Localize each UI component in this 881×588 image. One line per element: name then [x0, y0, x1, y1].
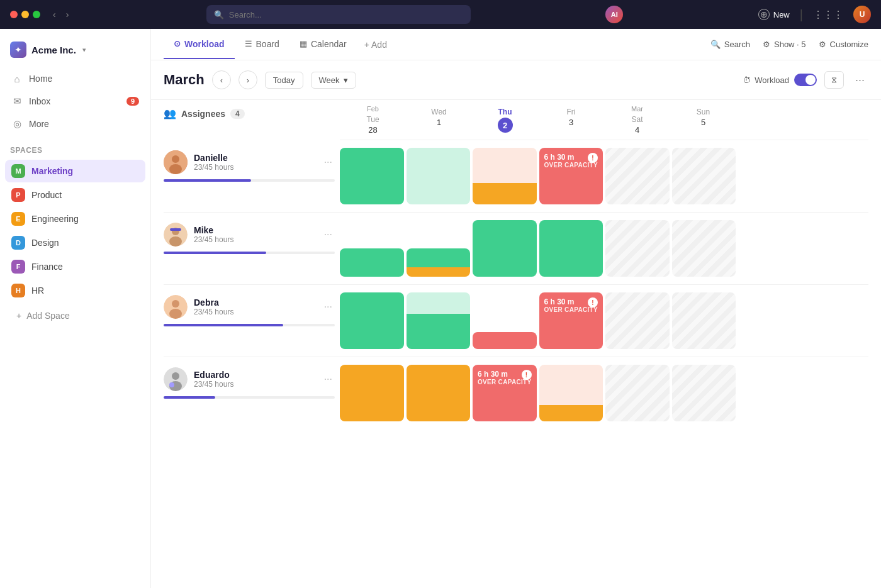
cell-mike-wed-orange	[407, 267, 471, 277]
avatar-img-eduardo	[164, 367, 188, 391]
close-dot[interactable]	[10, 11, 18, 18]
person-inner-debra: Debra 23/45 hours ···	[164, 295, 335, 319]
workload-grid: 👥 Assignees 4 Feb Tue 28 Wed	[151, 100, 881, 588]
sidebar-item-product[interactable]: P Product	[5, 184, 145, 206]
board-tab-icon: ☰	[245, 39, 252, 48]
cell-debra-sun	[672, 292, 736, 349]
add-space-button[interactable]: + Add Space	[5, 306, 145, 326]
svg-point-13	[169, 382, 174, 387]
cell-mike-wed	[407, 220, 471, 277]
svg-point-1	[172, 155, 179, 163]
calendar-tab-icon: ▦	[300, 39, 307, 48]
cell-mike-wed-split	[407, 248, 471, 277]
search-action-button[interactable]: 🔍 Search	[710, 40, 750, 49]
progress-fill-danielle	[164, 179, 251, 182]
sidebar-item-home[interactable]: ⌂ Home	[5, 68, 145, 89]
avatar-danielle	[164, 150, 188, 174]
sidebar-item-marketing[interactable]: M Marketing	[5, 160, 145, 182]
svg-point-5	[169, 236, 182, 247]
calendar-tab-label: Calendar	[311, 39, 347, 49]
cell-debra-tue	[340, 292, 404, 349]
more-options-button[interactable]: ···	[851, 71, 868, 89]
assignees-label: Assignees	[181, 109, 225, 119]
hr-label: HR	[31, 286, 44, 296]
avatar-debra	[164, 295, 188, 319]
sidebar-item-engineering[interactable]: E Engineering	[5, 208, 145, 230]
sidebar-item-finance[interactable]: F Finance	[5, 255, 145, 278]
progress-bar-eduardo	[164, 396, 335, 399]
global-search-input[interactable]	[229, 10, 463, 19]
avatar-mike	[164, 223, 188, 247]
cell-eduardo-fri-bot	[539, 405, 603, 421]
toggle-knob	[805, 75, 816, 85]
minimize-dot[interactable]	[21, 11, 29, 18]
progress-bar-mike	[164, 252, 335, 254]
svg-rect-6	[170, 228, 181, 231]
svg-point-11	[172, 372, 179, 380]
person-more-mike[interactable]: ···	[322, 226, 335, 243]
ai-button[interactable]: AI	[605, 6, 623, 23]
prev-month-button[interactable]: ‹	[212, 70, 231, 89]
brand-name: Acme Inc.	[31, 45, 76, 55]
inbox-label: Inbox	[29, 96, 120, 106]
date-col-feb28: Feb Tue 28	[340, 100, 406, 140]
date-columns-header: Feb Tue 28 Wed 1 Thu	[340, 100, 868, 140]
person-name-danielle: Danielle	[194, 153, 315, 163]
cell-mike-sat	[605, 220, 670, 277]
workload-toggle-switch[interactable]	[794, 74, 817, 86]
window-controls	[10, 11, 40, 18]
week-selector[interactable]: Week ▾	[311, 72, 356, 89]
today-button[interactable]: Today	[265, 72, 303, 89]
brand-star-icon: ✦	[14, 45, 22, 55]
next-month-button[interactable]: ›	[238, 70, 257, 89]
tab-workload[interactable]: ⊙ Workload	[164, 30, 235, 59]
sidebar-item-hr[interactable]: H HR	[5, 279, 145, 302]
maximize-dot[interactable]	[33, 11, 40, 18]
spaces-section-title: Spaces	[0, 136, 150, 160]
date-col-empty6	[736, 100, 802, 140]
add-view-button[interactable]: + Add	[357, 31, 395, 58]
sidebar-item-inbox[interactable]: ✉ Inbox 9	[5, 91, 145, 112]
tab-calendar[interactable]: ▦ Calendar	[289, 30, 357, 59]
sidebar-item-more[interactable]: ◎ More	[5, 113, 145, 135]
person-more-eduardo[interactable]: ···	[322, 371, 335, 387]
day-num-3: 3	[538, 118, 604, 132]
customize-button[interactable]: ⚙ Customize	[819, 40, 868, 49]
home-icon: ⌂	[11, 73, 23, 84]
home-label: Home	[29, 74, 139, 84]
person-inner-eduardo: Eduardo 23/45 hours ···	[164, 367, 335, 391]
cell-danielle-wed	[407, 148, 471, 204]
cell-eduardo-thu: 6 h 30 m OVER CAPACITY !	[473, 365, 537, 421]
workload-tab-label: Workload	[184, 39, 225, 49]
marketing-label: Marketing	[31, 166, 73, 176]
sidebar: ✦ Acme Inc. ▾ ⌂ Home ✉ Inbox 9 ◎ More Sp…	[0, 29, 151, 588]
cell-danielle-fri: 6 h 30 m OVER CAPACITY !	[539, 148, 603, 204]
add-space-label: Add Space	[26, 311, 70, 321]
sidebar-item-design[interactable]: D Design	[5, 231, 145, 254]
cell-eduardo-sat	[605, 365, 670, 421]
person-more-danielle[interactable]: ···	[322, 154, 335, 170]
grid-icon[interactable]: ⋮⋮⋮	[813, 9, 843, 21]
back-arrow[interactable]: ‹	[50, 8, 59, 21]
filter-button[interactable]: ⧖	[824, 71, 844, 89]
chevron-down-icon: ▾	[82, 46, 86, 54]
brand[interactable]: ✦ Acme Inc. ▾	[0, 36, 150, 68]
cell-debra-wed-bot	[407, 314, 471, 349]
day-num-5: 5	[670, 118, 736, 132]
person-info-debra: Debra 23/45 hours ···	[164, 285, 340, 357]
tab-board[interactable]: ☰ Board	[235, 30, 289, 59]
row-danielle: Danielle 23/45 hours ···	[164, 140, 868, 213]
marketing-badge: M	[11, 164, 25, 178]
global-search-bar[interactable]: 🔍	[206, 5, 471, 24]
user-avatar[interactable]: U	[853, 6, 871, 23]
new-button[interactable]: ⊕ New	[758, 9, 790, 20]
month-feb: Feb	[340, 100, 406, 113]
person-more-debra[interactable]: ···	[322, 299, 335, 315]
tab-right-actions: 🔍 Search ⚙ Show · 5 ⚙ Customize	[710, 40, 868, 49]
person-info-danielle: Danielle 23/45 hours ···	[164, 140, 340, 212]
forward-arrow[interactable]: ›	[64, 8, 72, 21]
workload-label-button[interactable]: ⏱ Workload	[743, 75, 789, 85]
show-filter-button[interactable]: ⚙ Show · 5	[763, 40, 806, 49]
chevron-down-icon: ▾	[344, 75, 348, 85]
add-view-label: + Add	[364, 40, 387, 50]
